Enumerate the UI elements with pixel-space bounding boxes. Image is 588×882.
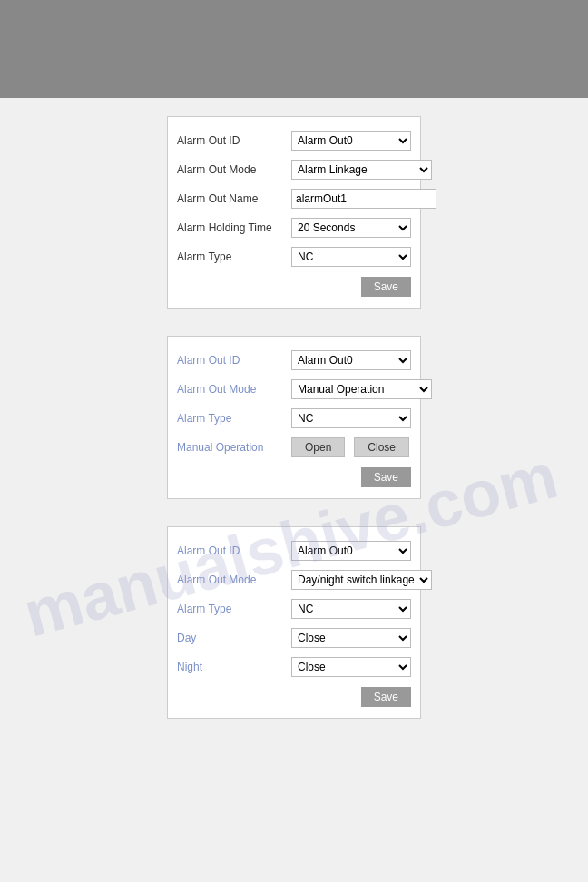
row-alarm-out-id-2: Alarm Out ID Alarm Out0 Alarm Out1 xyxy=(168,346,420,375)
row-alarm-type-2: Alarm Type NC NO xyxy=(168,404,420,433)
row-alarm-out-id-1: Alarm Out ID Alarm Out0 Alarm Out1 xyxy=(168,126,420,155)
row-night: Night Close Open xyxy=(168,652,420,681)
select-alarm-out-mode-2[interactable]: Alarm Linkage Manual Operation Day/night… xyxy=(291,379,432,399)
row-alarm-out-mode-3: Alarm Out Mode Alarm Linkage Manual Oper… xyxy=(168,565,420,594)
label-alarm-out-mode-3: Alarm Out Mode xyxy=(177,573,286,586)
label-alarm-type-3: Alarm Type xyxy=(177,603,286,615)
label-alarm-type-1: Alarm Type xyxy=(177,250,286,263)
row-alarm-type-3: Alarm Type NC NO xyxy=(168,594,420,623)
label-night: Night xyxy=(177,661,286,673)
input-alarm-out-name-1[interactable] xyxy=(291,189,436,209)
content-area: Alarm Out ID Alarm Out0 Alarm Out1 Alarm… xyxy=(0,98,588,737)
label-alarm-out-id-2: Alarm Out ID xyxy=(177,354,286,367)
label-alarm-out-mode-1: Alarm Out Mode xyxy=(177,163,286,176)
select-alarm-out-mode-3[interactable]: Alarm Linkage Manual Operation Day/night… xyxy=(291,570,432,590)
open-button[interactable]: Open xyxy=(291,437,345,457)
label-day: Day xyxy=(177,632,286,644)
label-alarm-type-2: Alarm Type xyxy=(177,412,286,425)
row-alarm-holding-time-1: Alarm Holding Time 20 Seconds 10 Seconds… xyxy=(168,213,420,242)
top-bar xyxy=(0,0,588,98)
row-manual-operation-btns: Manual Operation Open Close xyxy=(168,433,420,462)
close-button[interactable]: Close xyxy=(354,437,409,457)
select-alarm-holding-time-1[interactable]: 20 Seconds 10 Seconds 30 Seconds xyxy=(291,218,411,238)
save-button-1[interactable]: Save xyxy=(361,277,411,297)
select-alarm-out-id-1[interactable]: Alarm Out0 Alarm Out1 xyxy=(291,131,411,151)
save-button-2[interactable]: Save xyxy=(361,467,411,487)
save-button-3[interactable]: Save xyxy=(361,687,411,707)
select-alarm-type-1[interactable]: NC NO xyxy=(291,247,411,267)
select-alarm-type-3[interactable]: NC NO xyxy=(291,599,411,619)
row-alarm-out-mode-2: Alarm Out Mode Alarm Linkage Manual Oper… xyxy=(168,375,420,404)
row-day: Day Close Open xyxy=(168,623,420,652)
label-alarm-out-id-1: Alarm Out ID xyxy=(177,134,286,147)
select-night[interactable]: Close Open xyxy=(291,657,411,677)
select-alarm-type-2[interactable]: NC NO xyxy=(291,408,411,428)
save-row-2: Save xyxy=(168,462,420,489)
select-day[interactable]: Close Open xyxy=(291,628,411,648)
panel-daynight-linkage: Alarm Out ID Alarm Out0 Alarm Out1 Alarm… xyxy=(167,526,421,719)
row-alarm-out-id-3: Alarm Out ID Alarm Out0 Alarm Out1 xyxy=(168,536,420,565)
row-alarm-out-mode-1: Alarm Out Mode Alarm Linkage Manual Oper… xyxy=(168,155,420,184)
save-row-1: Save xyxy=(168,271,420,299)
select-alarm-out-id-2[interactable]: Alarm Out0 Alarm Out1 xyxy=(291,350,411,370)
label-alarm-out-id-3: Alarm Out ID xyxy=(177,544,286,557)
row-alarm-type-1: Alarm Type NC NO xyxy=(168,242,420,271)
label-alarm-out-name-1: Alarm Out Name xyxy=(177,192,286,205)
label-manual-operation: Manual Operation xyxy=(177,441,286,454)
save-row-3: Save xyxy=(168,681,420,709)
panel-alarm-linkage: Alarm Out ID Alarm Out0 Alarm Out1 Alarm… xyxy=(167,116,421,309)
row-alarm-out-name-1: Alarm Out Name xyxy=(168,184,420,213)
label-alarm-out-mode-2: Alarm Out Mode xyxy=(177,383,286,396)
panel-manual-operation: Alarm Out ID Alarm Out0 Alarm Out1 Alarm… xyxy=(167,336,421,499)
label-alarm-holding-time-1: Alarm Holding Time xyxy=(177,221,286,234)
select-alarm-out-id-3[interactable]: Alarm Out0 Alarm Out1 xyxy=(291,541,411,561)
select-alarm-out-mode-1[interactable]: Alarm Linkage Manual Operation Day/night… xyxy=(291,160,432,180)
